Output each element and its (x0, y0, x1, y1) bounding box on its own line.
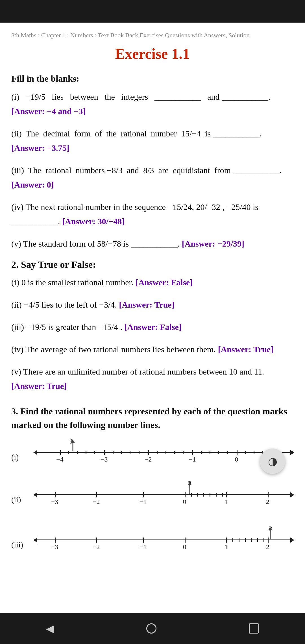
top-bar (0, 0, 305, 23)
q3-answer: [Answer: 0] (11, 180, 54, 189)
question-tf-1: (i) 0 is the smallest rational number. [… (11, 275, 294, 290)
nl-ii-container: ? −3 −2 −1 0 1 2 (34, 480, 294, 511)
nl-i-tick-1 (60, 450, 61, 455)
question-tf-2: (ii) −4/5 lies to the left of −3/4. [Ans… (11, 297, 294, 312)
question-tf-3: (iii) −19/5 is greater than −15/4 . [Ans… (11, 320, 294, 334)
question-fill-2: (ii) The decimal form of the rational nu… (11, 126, 294, 155)
nl-ii-line (37, 494, 291, 495)
q3-text: (iii) The rational numbers −8/3 and 8/3 … (11, 166, 282, 175)
recent-apps-button[interactable] (249, 623, 259, 634)
question-fill-4: (iv) The next rational number in the seq… (11, 200, 294, 229)
q2-text: (ii) The decimal form of the rational nu… (11, 129, 262, 138)
q1-answer: [Answer: −4 and −3] (11, 106, 86, 116)
nl-i-line (37, 452, 291, 453)
number-line-iii: (iii) ? −3 −2 −1 0 1 2 (11, 525, 294, 562)
qtf2-text: (ii) −4/5 lies to the left of −3/4. (11, 300, 119, 309)
qtf1-text: (i) 0 is the smallest rational number. (11, 278, 136, 287)
nl-i-label: (i) (11, 437, 34, 462)
question-fill-3: (iii) The rational numbers −8/3 and 8/3 … (11, 163, 294, 192)
nl-iii-label: (iii) (11, 525, 34, 549)
nl-ii-arrow-up (189, 485, 190, 494)
nl-i-num-3: −2 (145, 456, 152, 463)
brightness-fab[interactable]: ◑ (260, 449, 285, 474)
question-tf-4: (iv) The average of two rational numbers… (11, 342, 294, 356)
nl-i-tick-5 (237, 450, 238, 455)
q3-section-heading: 3. Find the rational numbers represented… (11, 404, 294, 432)
qtf3-text: (iii) −19/5 is greater than −15/4 . (11, 322, 124, 332)
question-tf-5: (v) There are an unlimited number of rat… (11, 364, 294, 393)
back-button[interactable]: ◀ (46, 622, 54, 635)
qtf4-answer: [Answer: True] (218, 345, 273, 354)
breadcrumb: 8th Maths : Chapter 1 : Numbers : Text B… (11, 31, 294, 40)
number-line-i: (i) ? −4 −3 −2 −1 0 (11, 437, 294, 468)
nl-ii-label: (ii) (11, 480, 34, 504)
q1-text: (i) −19/5 lies between the integers ____… (11, 92, 271, 101)
exercise-title: Exercise 1.1 (11, 45, 294, 62)
nl-i-arrow-up (73, 442, 73, 451)
home-button[interactable] (146, 623, 156, 634)
q2-answer: [Answer: −3.75] (11, 143, 69, 153)
nl-i-num-4: −1 (189, 456, 196, 463)
q4-text: (iv) The next rational number in the seq… (11, 202, 258, 226)
bottom-navigation: ◀ (0, 613, 305, 644)
nl-i-num-2: −3 (101, 456, 108, 463)
true-false-heading: 2. Say True or False: (11, 259, 294, 270)
nl-iii-arrow-up (270, 530, 271, 539)
question-fill-5: (v) The standard form of 58/−78 is _____… (11, 236, 294, 251)
q5-answer: [Answer: −29/39] (182, 239, 244, 248)
nl-i-num-5: 0 (235, 456, 238, 463)
qtf5-text: (v) There are an unlimited number of rat… (11, 367, 264, 376)
q5-text: (v) The standard form of 58/−78 is _____… (11, 239, 182, 248)
nl-i-container: ? −4 −3 −2 −1 0 (34, 437, 294, 468)
nl-iii-line (37, 539, 291, 540)
number-line-ii: (ii) ? −3 −2 −1 0 1 2 (11, 480, 294, 511)
nl-i-tick-4 (192, 450, 193, 455)
qtf3-answer: [Answer: False] (124, 322, 181, 332)
nl-i-num-1: −4 (56, 456, 64, 463)
qtf5-answer: [Answer: True] (11, 381, 67, 391)
q4-answer: [Answer: 30/−48] (62, 217, 125, 226)
number-lines-section: (i) ? −4 −3 −2 −1 0 (11, 437, 294, 562)
nl-i-tick-2 (104, 450, 105, 455)
fill-blanks-heading: Fill in the blanks: (11, 73, 294, 84)
qtf1-answer: [Answer: False] (136, 278, 193, 287)
nl-i-tick-3 (148, 450, 149, 455)
content-area: 8th Maths : Chapter 1 : Numbers : Text B… (0, 23, 305, 613)
nl-iii-container: ? −3 −2 −1 0 1 2 (34, 525, 294, 562)
question-fill-1: (i) −19/5 lies between the integers ____… (11, 90, 294, 118)
qtf2-answer: [Answer: True] (119, 300, 174, 309)
qtf4-text: (iv) The average of two rational numbers… (11, 345, 218, 354)
